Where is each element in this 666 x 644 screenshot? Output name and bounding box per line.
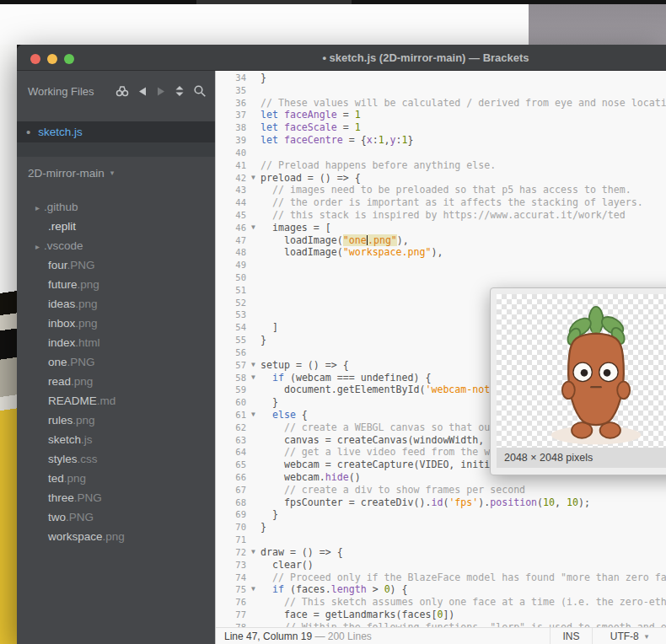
code-fold-arrow-icon[interactable]: ▼ xyxy=(246,546,260,559)
code-fold-arrow-icon[interactable]: ▼ xyxy=(246,409,260,421)
code-line: 67 // create a div to show frames per se… xyxy=(216,484,666,496)
window-titlebar: • sketch.js (2D-mirror-main) — Brackets xyxy=(17,45,666,71)
line-number: 74 xyxy=(216,572,246,584)
code-fold-arrow-icon[interactable]: ▼ xyxy=(246,372,260,384)
code-fold-arrow-icon[interactable]: ▼ xyxy=(246,359,260,372)
working-file-sketch-js[interactable]: • sketch.js xyxy=(17,121,215,142)
cursor-position: Line 47, Column 19 xyxy=(224,631,312,642)
line-number: 53 xyxy=(216,309,246,321)
file-tree-item[interactable]: ▸.github xyxy=(17,197,215,217)
file-tree-item[interactable]: inbox.png xyxy=(17,314,215,333)
search-icon[interactable] xyxy=(193,84,207,98)
file-tree-item[interactable]: ted.png xyxy=(17,469,215,488)
fold-gutter xyxy=(246,209,260,222)
file-name: workspace xyxy=(48,530,103,543)
file-extension: .png xyxy=(78,278,99,291)
file-tree-item[interactable]: workspace.png xyxy=(17,527,215,546)
code-fold-arrow-icon[interactable]: ▼ xyxy=(246,222,260,234)
line-number: 48 xyxy=(216,246,246,259)
split-view-icon[interactable] xyxy=(175,85,185,97)
file-tree-item[interactable]: sketch.js xyxy=(17,430,215,449)
code-line: 45 // this stack is inspired by https://… xyxy=(216,209,666,222)
file-tree-item[interactable]: rules.png xyxy=(17,411,215,430)
file-name: read xyxy=(48,375,71,388)
file-tree-item[interactable]: index.html xyxy=(17,333,215,352)
file-tree-item[interactable]: read.png xyxy=(17,372,215,391)
file-tree-item[interactable]: ▸.vscode xyxy=(17,236,215,255)
line-number: 66 xyxy=(216,471,246,484)
file-tree-item[interactable]: one.PNG xyxy=(17,352,215,372)
file-tree-item[interactable]: three.PNG xyxy=(17,488,215,507)
line-number: 44 xyxy=(216,196,246,209)
image-dimensions-label: 2048 × 2048 pixels xyxy=(497,448,666,468)
file-name: ted xyxy=(48,472,64,485)
file-name: styles xyxy=(48,453,78,465)
project-dropdown[interactable]: 2D-mirror-main ▾ xyxy=(17,162,215,184)
minimize-button[interactable] xyxy=(47,54,57,64)
file-name: one xyxy=(48,356,67,368)
file-name: two xyxy=(48,511,66,523)
code-line: 37let faceAngle = 1 xyxy=(216,109,666,121)
code-text: // Preload happens before anything else. xyxy=(260,159,496,172)
fold-gutter xyxy=(246,271,260,284)
close-button[interactable] xyxy=(30,54,40,64)
code-text: if (webcam === undefined) { xyxy=(260,372,431,384)
zoom-button[interactable] xyxy=(64,54,74,64)
code-fold-arrow-icon[interactable]: ▼ xyxy=(246,172,260,185)
fold-gutter xyxy=(246,297,260,309)
file-tree-item[interactable]: four.PNG xyxy=(17,255,215,275)
file-extension: .png xyxy=(103,530,125,543)
code-editor[interactable]: 34}3536// These values will be calculate… xyxy=(215,71,666,644)
line-number: 47 xyxy=(216,234,246,247)
file-tree-item[interactable]: future.png xyxy=(17,275,215,294)
insert-mode-toggle[interactable]: INS xyxy=(550,628,592,644)
line-number: 70 xyxy=(216,521,246,534)
fold-gutter xyxy=(246,446,260,459)
line-number: 72 xyxy=(216,546,246,559)
code-text: ] xyxy=(260,321,278,334)
sidebar: Working Files xyxy=(17,71,215,644)
file-tree-item[interactable]: styles.css xyxy=(17,449,215,469)
line-number: 46 xyxy=(216,222,246,234)
line-number: 60 xyxy=(216,396,246,409)
fold-gutter xyxy=(246,72,260,84)
background-window-gray xyxy=(529,4,666,45)
file-extension: .png xyxy=(64,472,86,485)
code-text: } xyxy=(260,334,266,346)
line-number: 35 xyxy=(216,84,246,97)
previous-document-icon[interactable] xyxy=(137,86,148,97)
line-number: 61 xyxy=(216,409,246,421)
fold-gutter xyxy=(246,384,260,396)
next-document-icon[interactable] xyxy=(156,86,166,97)
line-number: 42 xyxy=(216,172,246,185)
file-tree-item[interactable]: .replit xyxy=(17,217,215,236)
chevron-down-icon: ▾ xyxy=(110,169,115,177)
line-number: 45 xyxy=(216,209,246,222)
encoding-selector[interactable]: UTF-8 ▾ xyxy=(592,628,666,644)
file-tree-item[interactable]: two.PNG xyxy=(17,507,215,527)
code-line: 43 // images need to be preloaded so tha… xyxy=(216,184,666,196)
fold-gutter xyxy=(246,147,260,159)
line-number: 56 xyxy=(216,346,246,359)
line-number: 62 xyxy=(216,421,246,434)
file-tree-item[interactable]: README.md xyxy=(17,391,215,411)
fold-gutter xyxy=(246,334,260,346)
file-tree-item[interactable]: ideas.png xyxy=(17,294,215,314)
disclosure-triangle-icon[interactable]: ▸ xyxy=(35,237,40,256)
file-extension: .PNG xyxy=(67,356,95,368)
code-line: 70} xyxy=(216,521,666,534)
find-in-files-icon[interactable] xyxy=(115,85,129,97)
file-name: .replit xyxy=(48,220,76,233)
file-extension: .PNG xyxy=(74,491,102,504)
code-text: images = [ xyxy=(260,222,331,234)
fold-gutter xyxy=(246,471,260,484)
code-line: 36// These values will be calculated / d… xyxy=(216,97,666,110)
line-number: 58 xyxy=(216,372,246,384)
file-name: .github xyxy=(44,201,78,213)
code-text: if (faces.length > 0) { xyxy=(260,583,408,596)
fold-gutter xyxy=(246,184,260,196)
code-text: draw = () => { xyxy=(260,546,343,559)
code-text: webcam = createCapture(VIDEO, initialize… xyxy=(260,459,525,471)
disclosure-triangle-icon[interactable]: ▸ xyxy=(35,198,40,217)
code-fold-arrow-icon[interactable]: ▼ xyxy=(246,583,260,596)
